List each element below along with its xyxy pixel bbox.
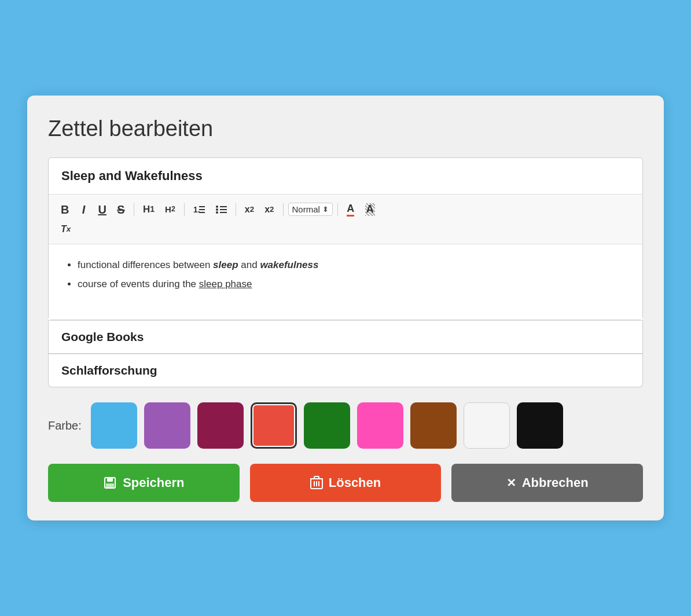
- svg-point-5: [216, 208, 218, 211]
- superscript-button[interactable]: x2: [260, 201, 278, 217]
- font-color-icon: A: [347, 203, 354, 217]
- font-size-select[interactable]: Normal ⬍: [288, 203, 333, 216]
- svg-rect-12: [106, 483, 114, 488]
- color-picker-row: Farbe:: [48, 402, 643, 449]
- highlight-icon: A: [365, 203, 375, 216]
- clear-format-button[interactable]: Tx: [57, 221, 75, 237]
- color-red[interactable]: [251, 402, 297, 449]
- ordered-list-button[interactable]: 1.: [189, 202, 209, 217]
- edit-modal: Zettel bearbeiten Sleep and Wakefulness …: [27, 96, 664, 521]
- color-purple[interactable]: [144, 402, 190, 449]
- toolbar-divider-1: [134, 203, 134, 216]
- font-color-button[interactable]: A: [343, 200, 359, 219]
- sleep-phase-link[interactable]: sleep phase: [199, 278, 252, 289]
- cancel-icon: ✕: [506, 476, 516, 490]
- toolbar-divider-5: [337, 203, 338, 216]
- delete-icon: [310, 476, 323, 490]
- save-icon: [103, 476, 117, 490]
- bullet1-bold2: wakefulness: [260, 259, 318, 270]
- color-dark-red[interactable]: [197, 402, 244, 449]
- color-green[interactable]: [304, 402, 350, 449]
- font-size-arrow: ⬍: [322, 205, 329, 214]
- delete-button[interactable]: Löschen: [250, 464, 442, 502]
- h1-button[interactable]: H1: [139, 201, 159, 218]
- toolbar-row2: Tx: [57, 221, 634, 238]
- bullet1-mid: and: [238, 259, 260, 270]
- bullet1-plain: functional differences between: [78, 259, 213, 270]
- bullet2-plain: course of events during the: [78, 278, 199, 289]
- color-label: Farbe:: [48, 419, 82, 432]
- action-row: Speichern Löschen ✕ Abbrechen: [48, 464, 643, 502]
- underline-button[interactable]: U: [94, 200, 110, 219]
- editor-content[interactable]: functional differences between sleep and…: [49, 244, 642, 320]
- color-white[interactable]: [464, 402, 510, 449]
- toolbar-divider-3: [236, 203, 236, 216]
- cancel-button[interactable]: ✕ Abbrechen: [451, 464, 643, 502]
- page-title: Zettel bearbeiten: [48, 116, 643, 141]
- highlight-button[interactable]: A: [361, 201, 379, 218]
- cancel-label: Abbrechen: [522, 475, 589, 490]
- toolbar-divider-4: [283, 203, 284, 216]
- color-black[interactable]: [517, 402, 563, 449]
- subscript-button[interactable]: x2: [241, 201, 258, 217]
- tags-card: Schlafforschung: [48, 354, 643, 387]
- strikethrough-button[interactable]: S: [113, 200, 129, 219]
- toolbar-divider-2: [184, 203, 185, 216]
- save-button[interactable]: Speichern: [48, 464, 240, 502]
- source-field[interactable]: Google Books: [49, 320, 642, 353]
- bullet1-bold1: sleep: [213, 259, 238, 270]
- italic-button[interactable]: I: [75, 200, 91, 219]
- source-card: Google Books: [48, 320, 643, 354]
- svg-point-4: [216, 206, 218, 208]
- note-title[interactable]: Sleep and Wakefulness: [49, 158, 642, 195]
- editor-toolbar: B I U S H1 H2 1. x2 x2 Normal ⬍: [49, 195, 642, 245]
- svg-rect-11: [107, 478, 113, 482]
- color-brown[interactable]: [410, 402, 457, 449]
- color-blue[interactable]: [91, 402, 137, 449]
- delete-label: Löschen: [329, 475, 381, 490]
- tags-field[interactable]: Schlafforschung: [49, 354, 642, 387]
- unordered-list-button[interactable]: [211, 202, 231, 217]
- note-card: Sleep and Wakefulness B I U S H1 H2 1. x…: [48, 157, 643, 321]
- svg-point-6: [216, 211, 218, 214]
- color-pink[interactable]: [357, 402, 403, 449]
- h2-button[interactable]: H2: [161, 202, 179, 217]
- svg-rect-18: [314, 476, 319, 479]
- bold-button[interactable]: B: [57, 200, 73, 219]
- svg-text:1.: 1.: [193, 205, 200, 214]
- save-label: Speichern: [123, 475, 184, 490]
